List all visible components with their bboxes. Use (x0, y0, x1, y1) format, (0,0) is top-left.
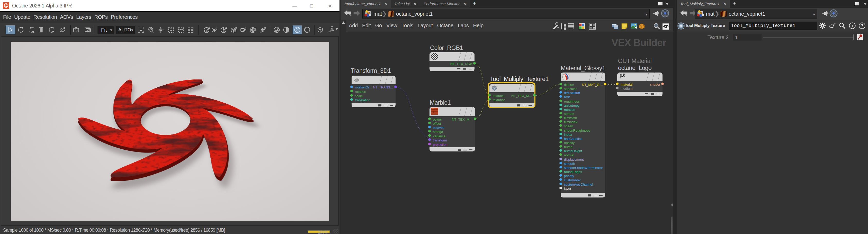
svg-text:?: ? (861, 24, 863, 28)
svg-text:i: i (852, 24, 853, 28)
